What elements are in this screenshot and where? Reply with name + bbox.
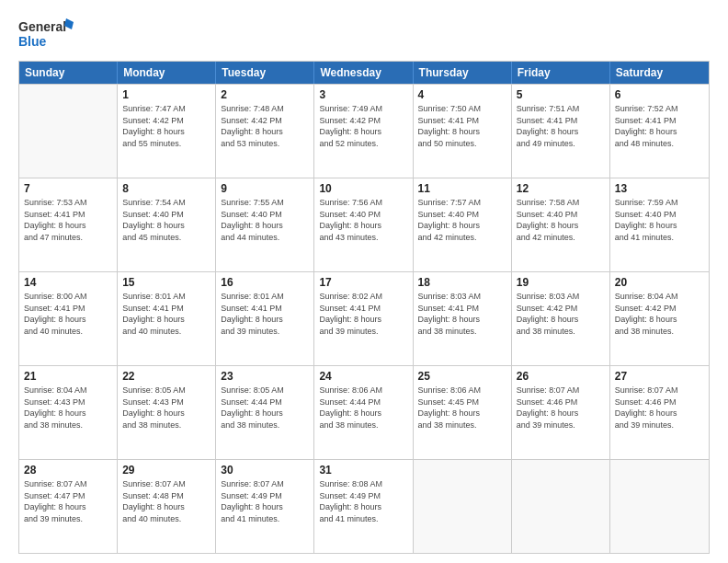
calendar-cell: 30Sunrise: 8:07 AMSunset: 4:49 PMDayligh… [216,460,314,553]
day-number: 14 [24,275,112,290]
calendar-cell: 7Sunrise: 7:53 AMSunset: 4:41 PMDaylight… [19,178,118,271]
calendar-cell: 9Sunrise: 7:55 AMSunset: 4:40 PMDaylight… [216,178,314,271]
cell-info: Sunrise: 7:58 AMSunset: 4:40 PMDaylight:… [517,197,605,243]
calendar-cell: 24Sunrise: 8:06 AMSunset: 4:44 PMDayligh… [314,366,413,459]
cell-info: Sunrise: 7:53 AMSunset: 4:41 PMDaylight:… [24,197,112,243]
page: General Blue SundayMondayTuesdayWednesda… [0,0,728,563]
header-day-tuesday: Tuesday [216,62,314,84]
cell-info: Sunrise: 7:56 AMSunset: 4:40 PMDaylight:… [319,197,407,243]
calendar-cell [19,85,118,178]
cell-info: Sunrise: 7:47 AMSunset: 4:42 PMDaylight:… [122,103,210,149]
calendar-header-row: SundayMondayTuesdayWednesdayThursdayFrid… [19,62,709,84]
svg-text:Blue: Blue [18,34,47,49]
cell-info: Sunrise: 7:48 AMSunset: 4:42 PMDaylight:… [221,103,309,149]
calendar-cell: 23Sunrise: 8:05 AMSunset: 4:44 PMDayligh… [216,366,314,459]
cell-info: Sunrise: 8:03 AMSunset: 4:41 PMDaylight:… [418,291,506,337]
day-number: 29 [122,463,210,477]
day-number: 10 [319,181,407,196]
day-number: 6 [615,87,704,102]
cell-info: Sunrise: 7:57 AMSunset: 4:40 PMDaylight:… [418,197,506,243]
calendar-cell: 25Sunrise: 8:06 AMSunset: 4:45 PMDayligh… [414,366,512,459]
calendar-week-3: 14Sunrise: 8:00 AMSunset: 4:41 PMDayligh… [19,271,709,365]
day-number: 20 [615,275,704,290]
day-number: 5 [517,87,605,102]
day-number: 25 [418,369,506,384]
cell-info: Sunrise: 8:04 AMSunset: 4:43 PMDaylight:… [24,385,112,431]
calendar-cell: 28Sunrise: 8:07 AMSunset: 4:47 PMDayligh… [19,460,118,553]
calendar-cell: 26Sunrise: 8:07 AMSunset: 4:46 PMDayligh… [512,366,610,459]
cell-info: Sunrise: 7:52 AMSunset: 4:41 PMDaylight:… [615,103,704,149]
calendar: SundayMondayTuesdayWednesdayThursdayFrid… [18,61,710,554]
cell-info: Sunrise: 8:01 AMSunset: 4:41 PMDaylight:… [122,291,210,337]
day-number: 13 [615,181,704,196]
header-day-sunday: Sunday [19,62,118,84]
day-number: 12 [517,181,605,196]
cell-info: Sunrise: 8:01 AMSunset: 4:41 PMDaylight:… [221,291,309,337]
day-number: 19 [517,275,605,290]
calendar-cell: 19Sunrise: 8:03 AMSunset: 4:42 PMDayligh… [512,272,610,365]
day-number: 4 [418,87,506,102]
day-number: 2 [221,87,309,102]
calendar-cell: 5Sunrise: 7:51 AMSunset: 4:41 PMDaylight… [512,85,610,178]
calendar-cell: 2Sunrise: 7:48 AMSunset: 4:42 PMDaylight… [216,85,314,178]
cell-info: Sunrise: 8:06 AMSunset: 4:44 PMDaylight:… [319,385,407,431]
day-number: 1 [122,87,210,102]
calendar-cell: 4Sunrise: 7:50 AMSunset: 4:41 PMDaylight… [414,85,512,178]
calendar-cell: 29Sunrise: 8:07 AMSunset: 4:48 PMDayligh… [118,460,216,553]
cell-info: Sunrise: 8:00 AMSunset: 4:41 PMDaylight:… [24,291,112,337]
calendar-cell: 31Sunrise: 8:08 AMSunset: 4:49 PMDayligh… [314,460,413,553]
cell-info: Sunrise: 8:07 AMSunset: 4:46 PMDaylight:… [615,385,704,431]
cell-info: Sunrise: 8:07 AMSunset: 4:47 PMDaylight:… [24,478,112,524]
day-number: 7 [24,181,112,196]
calendar-cell: 10Sunrise: 7:56 AMSunset: 4:40 PMDayligh… [314,178,413,271]
calendar-week-1: 1Sunrise: 7:47 AMSunset: 4:42 PMDaylight… [19,84,709,178]
calendar-cell: 16Sunrise: 8:01 AMSunset: 4:41 PMDayligh… [216,272,314,365]
calendar-cell: 8Sunrise: 7:54 AMSunset: 4:40 PMDaylight… [118,178,216,271]
calendar-cell: 27Sunrise: 8:07 AMSunset: 4:46 PMDayligh… [610,366,709,459]
calendar-cell [414,460,512,553]
day-number: 17 [319,275,407,290]
calendar-cell: 18Sunrise: 8:03 AMSunset: 4:41 PMDayligh… [414,272,512,365]
day-number: 30 [221,463,309,477]
day-number: 31 [319,463,407,477]
cell-info: Sunrise: 8:02 AMSunset: 4:41 PMDaylight:… [319,291,407,337]
logo-svg: General Blue [18,17,74,52]
day-number: 18 [418,275,506,290]
calendar-cell: 14Sunrise: 8:00 AMSunset: 4:41 PMDayligh… [19,272,118,365]
calendar-cell [512,460,610,553]
calendar-cell [610,460,709,553]
day-number: 21 [24,369,112,384]
calendar-body: 1Sunrise: 7:47 AMSunset: 4:42 PMDaylight… [19,84,709,553]
day-number: 16 [221,275,309,290]
cell-info: Sunrise: 7:54 AMSunset: 4:40 PMDaylight:… [122,197,210,243]
cell-info: Sunrise: 8:05 AMSunset: 4:43 PMDaylight:… [122,385,210,431]
calendar-cell: 6Sunrise: 7:52 AMSunset: 4:41 PMDaylight… [610,85,709,178]
cell-info: Sunrise: 7:55 AMSunset: 4:40 PMDaylight:… [221,197,309,243]
cell-info: Sunrise: 8:03 AMSunset: 4:42 PMDaylight:… [517,291,605,337]
day-number: 15 [122,275,210,290]
day-number: 11 [418,181,506,196]
calendar-cell: 11Sunrise: 7:57 AMSunset: 4:40 PMDayligh… [414,178,512,271]
cell-info: Sunrise: 7:59 AMSunset: 4:40 PMDaylight:… [615,197,704,243]
header-day-saturday: Saturday [610,62,709,84]
header-day-wednesday: Wednesday [314,62,413,84]
calendar-cell: 22Sunrise: 8:05 AMSunset: 4:43 PMDayligh… [118,366,216,459]
calendar-cell: 20Sunrise: 8:04 AMSunset: 4:42 PMDayligh… [610,272,709,365]
cell-info: Sunrise: 8:06 AMSunset: 4:45 PMDaylight:… [418,385,506,431]
cell-info: Sunrise: 8:07 AMSunset: 4:48 PMDaylight:… [122,478,210,524]
day-number: 9 [221,181,309,196]
calendar-cell: 1Sunrise: 7:47 AMSunset: 4:42 PMDaylight… [118,85,216,178]
calendar-cell: 17Sunrise: 8:02 AMSunset: 4:41 PMDayligh… [314,272,413,365]
day-number: 3 [319,87,407,102]
cell-info: Sunrise: 8:07 AMSunset: 4:46 PMDaylight:… [517,385,605,431]
cell-info: Sunrise: 7:49 AMSunset: 4:42 PMDaylight:… [319,103,407,149]
cell-info: Sunrise: 8:07 AMSunset: 4:49 PMDaylight:… [221,478,309,524]
calendar-week-5: 28Sunrise: 8:07 AMSunset: 4:47 PMDayligh… [19,459,709,553]
svg-text:General: General [18,19,66,34]
cell-info: Sunrise: 8:08 AMSunset: 4:49 PMDaylight:… [319,478,407,524]
day-number: 27 [615,369,704,384]
header-day-friday: Friday [512,62,610,84]
header: General Blue [18,17,710,52]
calendar-week-2: 7Sunrise: 7:53 AMSunset: 4:41 PMDaylight… [19,178,709,271]
cell-info: Sunrise: 8:04 AMSunset: 4:42 PMDaylight:… [615,291,704,337]
